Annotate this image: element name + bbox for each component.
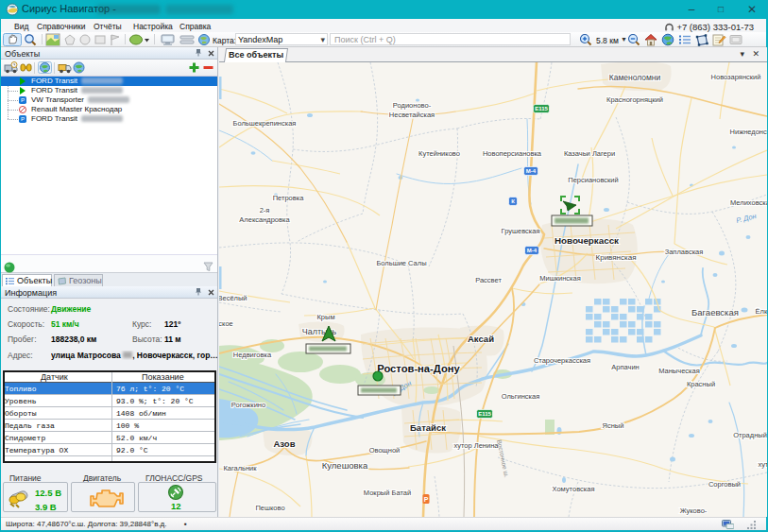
svg-text:хутор Ленина: хутор Ленина bbox=[453, 441, 499, 450]
svg-text:хут: хут bbox=[759, 460, 767, 469]
svg-text:E115: E115 bbox=[478, 411, 491, 417]
svg-text:Ясный: Ясный bbox=[603, 421, 624, 430]
svg-text:М-4: М-4 bbox=[526, 168, 537, 174]
svg-text:Мелиховская: Мелиховская bbox=[730, 198, 767, 207]
svg-text:Недвиговка: Недвиговка bbox=[233, 351, 272, 359]
svg-text:Багаевская: Багаевская bbox=[691, 307, 739, 317]
svg-text:E115: E115 bbox=[535, 106, 548, 112]
svg-text:Несветайская: Несветайская bbox=[389, 111, 435, 119]
svg-text:ское: ское bbox=[219, 319, 233, 328]
svg-text:Старочеркасская: Старочеркасская bbox=[534, 356, 590, 365]
svg-text:Батайск: Батайск bbox=[410, 422, 446, 433]
svg-text:Нижнедонская: Нижнедонская bbox=[730, 128, 767, 136]
svg-text:Новоперсиановка: Новоперсиановка bbox=[483, 149, 542, 158]
svg-text:Пешково: Пешково bbox=[255, 504, 284, 512]
svg-text:Азов: Азов bbox=[274, 438, 296, 449]
svg-text:Жуково-: Жуково- bbox=[680, 506, 708, 515]
svg-text:Новочеркасск: Новочеркасск bbox=[555, 235, 619, 246]
svg-text:Каменоломни: Каменоломни bbox=[609, 73, 661, 82]
svg-text:Большекрепинская: Большекрепинская bbox=[233, 119, 297, 128]
svg-text:К: К bbox=[511, 198, 515, 204]
svg-text:Аксай: Аксай bbox=[468, 334, 494, 344]
svg-text:Казачьи Лагери: Казачьи Лагери bbox=[564, 149, 615, 158]
svg-text:Александровка: Александровка bbox=[239, 215, 290, 224]
svg-text:Хомутовская: Хомутовская bbox=[553, 485, 595, 493]
svg-text:Ростов-на-Дону: Ростов-на-Дону bbox=[377, 363, 460, 374]
svg-text:Весёлый: Весёлый bbox=[219, 294, 247, 302]
svg-text:Ольгинская: Ольгинская bbox=[502, 392, 540, 401]
svg-text:P: P bbox=[21, 96, 25, 103]
svg-text:Персиановский: Персиановский bbox=[568, 176, 618, 184]
svg-text:Кагальник: Кагальник bbox=[223, 464, 257, 472]
svg-text:Красногорняцкий: Красногорняцкий bbox=[606, 95, 663, 104]
svg-text:Отрадный: Отрадный bbox=[733, 431, 767, 439]
svg-text:Родионово-: Родионово- bbox=[393, 101, 432, 110]
svg-text:Грушевская: Грушевская bbox=[502, 227, 540, 235]
svg-text:Кулешовка: Кулешовка bbox=[322, 460, 368, 471]
svg-text:Большие Салы: Большие Салы bbox=[376, 259, 426, 267]
svg-text:P: P bbox=[21, 115, 25, 122]
svg-text:Мокрый Батай: Мокрый Батай bbox=[364, 489, 411, 497]
svg-text:Заплавская: Заплавская bbox=[665, 248, 704, 256]
svg-text:Новозарянский: Новозарянский bbox=[711, 73, 761, 81]
svg-text:Маныческая: Маныческая bbox=[658, 367, 700, 375]
svg-text:Кривянская: Кривянская bbox=[596, 253, 637, 262]
svg-text:Рассвет: Рассвет bbox=[475, 276, 502, 284]
svg-text:Петровка: Петровка bbox=[273, 194, 305, 202]
svg-text:Рогожкино: Рогожкино bbox=[231, 401, 265, 409]
svg-text:Мишкинская: Мишкинская bbox=[539, 274, 581, 283]
svg-text:2-я: 2-я bbox=[260, 206, 270, 215]
svg-text:М-4: М-4 bbox=[527, 248, 538, 253]
svg-text:P: P bbox=[424, 496, 429, 503]
svg-text:Сорговый: Сорговый bbox=[708, 480, 741, 489]
svg-text:Красный: Красный bbox=[687, 380, 715, 388]
svg-text:Арпачин: Арпачин bbox=[611, 363, 639, 371]
svg-text:Кутейниково: Кутейниково bbox=[418, 149, 460, 158]
svg-text:Овощной: Овощной bbox=[369, 446, 401, 455]
svg-text:Крым: Крым bbox=[316, 313, 334, 321]
svg-text:Ёлкин: Ёлкин bbox=[756, 307, 768, 316]
